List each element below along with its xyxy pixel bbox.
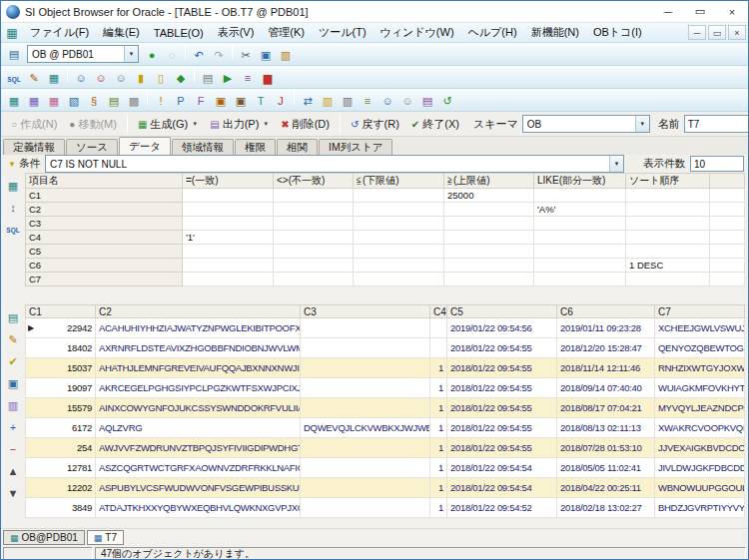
cell-c3[interactable] — [301, 478, 430, 498]
menu-view[interactable]: 表示(V) — [211, 23, 262, 42]
cell-c7[interactable]: XCHEEJGWLVSWUJCJEWQJCEJ — [655, 318, 745, 338]
lock-icon[interactable]: ▮ — [132, 69, 150, 87]
cell-c1[interactable]: 12202 — [26, 478, 96, 498]
tab-relation[interactable]: 相関 — [277, 139, 318, 155]
view-icon[interactable]: ▦ — [25, 93, 43, 111]
menu-edit[interactable]: 編集(E) — [96, 23, 147, 42]
move-button[interactable]: ● 移動(M) — [63, 114, 123, 135]
cell-sort[interactable] — [626, 245, 710, 259]
cell-c5[interactable]: 2018/01/22 09:54:55 — [447, 398, 557, 418]
child-restore-button[interactable]: ▭ — [708, 25, 726, 40]
tab-definition[interactable]: 定義情報 — [3, 139, 65, 155]
redo-icon[interactable]: ↷ — [210, 47, 228, 65]
cell-c3[interactable] — [301, 438, 430, 458]
name-input[interactable] — [684, 115, 749, 133]
revert-button[interactable]: ↺ 戻す(R) — [345, 114, 405, 135]
cell-c4[interactable]: 1 — [430, 458, 447, 478]
cell-c7[interactable]: WBNOWUUPGGOULUWDWJOWHXFE — [655, 478, 745, 498]
cell-c3[interactable] — [301, 398, 430, 418]
java-source-icon[interactable]: J — [272, 92, 290, 110]
cell-like[interactable] — [534, 189, 626, 203]
cell-c5[interactable]: 2018/01/22 09:54:55 — [447, 418, 557, 438]
cell-c2[interactable]: AWJVVFZWDRUNVZTBPQJSYFIVIIGDIPWDHGTANQIW… — [96, 438, 301, 458]
cell-eq[interactable]: '1' — [183, 231, 274, 245]
column-header[interactable]: C1 — [26, 305, 96, 318]
cell-name[interactable]: C6 — [26, 259, 183, 273]
cell-ne[interactable] — [274, 273, 354, 286]
cell-c6[interactable]: 2018/07/28 01:53:10 — [557, 438, 655, 458]
synonym-icon[interactable]: ▤ — [105, 93, 123, 111]
minimize-button[interactable]: ─ — [652, 1, 684, 22]
column-header[interactable]: C7 — [655, 305, 745, 318]
cell-ge[interactable] — [444, 217, 534, 231]
cell-c3[interactable] — [301, 378, 430, 398]
disconnect-icon[interactable]: ◌ — [163, 46, 181, 64]
cell-c7[interactable]: MYVQYLJEAZNDCPJKQVWCEDC — [655, 398, 745, 418]
cell-c6[interactable]: 2018/09/14 07:40:40 — [557, 378, 655, 398]
trigger-icon[interactable]: ! — [152, 92, 170, 110]
chart-icon[interactable]: ▆ — [259, 69, 277, 87]
cell-name[interactable]: C5 — [26, 245, 183, 259]
cell-name[interactable]: C1 — [26, 189, 183, 203]
cell-c5[interactable]: 2018/01/22 09:54:55 — [447, 338, 557, 358]
explain-plan-icon[interactable]: ≡ — [239, 69, 257, 87]
delete-row-icon[interactable]: − — [4, 440, 22, 458]
mdi-tab-connection[interactable]: ▦ OB@PDB01 — [3, 530, 85, 545]
insert-row-icon[interactable]: + — [4, 418, 22, 436]
cell-c6[interactable]: 2018/12/20 15:28:47 — [557, 338, 655, 358]
cell-c4[interactable] — [430, 318, 447, 338]
cell-sort[interactable] — [626, 273, 710, 286]
row-count-input[interactable] — [690, 156, 744, 172]
tab-data[interactable]: データ — [119, 137, 171, 155]
cell-ne[interactable] — [274, 189, 354, 203]
cell-c6[interactable]: 2018/04/22 00:25:11 — [557, 478, 655, 498]
cell-c5[interactable]: 2018/01/22 09:54:54 — [447, 458, 557, 478]
menu-help[interactable]: ヘルプ(H) — [461, 23, 524, 42]
directory-icon[interactable]: ▥ — [319, 93, 337, 111]
column-header[interactable]: C4 — [430, 305, 447, 318]
column-header[interactable]: C2 — [96, 305, 301, 318]
cell-ne[interactable] — [274, 245, 354, 259]
paste-icon[interactable]: ▥ — [277, 47, 295, 65]
document-icon[interactable]: ▦ — [5, 26, 19, 40]
sql-file-icon[interactable]: ▤ — [199, 69, 217, 87]
cell-ge[interactable] — [444, 203, 534, 217]
schema-select[interactable]: OB ▼ — [522, 115, 650, 133]
cell-c4[interactable] — [430, 338, 447, 358]
dblink-icon[interactable]: ⇄ — [299, 93, 317, 111]
menu-new-features[interactable]: 新機能(N) — [524, 23, 586, 42]
user-add-icon[interactable]: ☺ — [92, 69, 110, 87]
cell-ne[interactable] — [274, 217, 354, 231]
cell-c2[interactable]: ASZCQGRTWCTGRFXAOWNVZDRFRKKLNAFIGG — [96, 458, 301, 478]
copy-row-icon[interactable]: ▣ — [4, 374, 22, 392]
cell-c7[interactable]: JJVEXAIGKBVDCDOZENKSTKF — [655, 438, 745, 458]
undo-icon[interactable]: ↶ — [190, 47, 208, 65]
cell-ge[interactable] — [444, 245, 534, 259]
tab-storage[interactable]: 領域情報 — [172, 139, 234, 155]
cell-c2[interactable]: AQLZVRG — [96, 418, 301, 438]
cell-sort[interactable] — [626, 189, 710, 203]
commit-icon[interactable]: ✔ — [4, 352, 22, 370]
maximize-button[interactable]: ▭ — [684, 1, 716, 22]
connect-icon[interactable]: ● — [143, 46, 161, 64]
cell-c1[interactable]: 19097 — [26, 378, 96, 398]
move-up-icon[interactable]: ▲ — [4, 462, 22, 480]
cell-c4[interactable]: 1 — [430, 378, 447, 398]
chevron-down-icon[interactable]: ▼ — [124, 46, 138, 62]
cell-le[interactable] — [354, 259, 444, 273]
cell-c2[interactable]: AKRCEGELPGHGSIYPCLPGZKWTFSXWJPCIXJJWEJRB… — [96, 378, 301, 398]
cell-le[interactable] — [354, 273, 444, 286]
cell-c4[interactable]: 1 — [430, 418, 447, 438]
column-header[interactable]: C3 — [301, 305, 430, 318]
queue-icon[interactable]: ≡ — [359, 92, 376, 110]
sort-icon[interactable]: ↕ — [4, 199, 22, 217]
cell-eq[interactable] — [183, 273, 274, 286]
cell-c5[interactable]: 2018/01/22 09:54:55 — [447, 378, 557, 398]
cell-like[interactable] — [534, 259, 626, 273]
cell-c2[interactable]: AINXCOWYGNFOJUKCSSYSWNDDOKRFVULIIAGVVBBX… — [96, 398, 301, 418]
cell-le[interactable] — [354, 189, 444, 203]
result-grid-icon[interactable]: ▦ — [45, 69, 63, 87]
type-icon[interactable]: T — [252, 92, 270, 110]
cell-like[interactable] — [534, 217, 626, 231]
cell-c3[interactable] — [301, 498, 430, 518]
